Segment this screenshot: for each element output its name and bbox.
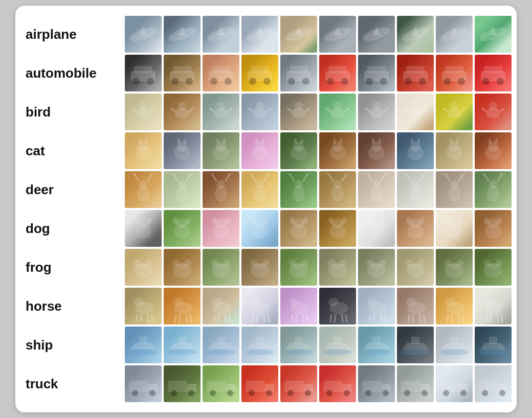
image-frog-7[interactable] (397, 249, 434, 286)
image-cat-2[interactable] (203, 132, 239, 169)
image-horse-7[interactable] (397, 288, 434, 324)
image-horse-6[interactable] (358, 288, 395, 324)
image-horse-0[interactable] (125, 288, 162, 324)
image-dog-0[interactable] (125, 210, 162, 247)
image-truck-7[interactable] (397, 365, 434, 402)
image-frog-2[interactable] (203, 249, 239, 286)
image-ship-8[interactable] (436, 327, 473, 363)
image-horse-8[interactable] (436, 288, 473, 324)
image-dog-2[interactable] (203, 210, 239, 247)
image-cat-7[interactable] (397, 132, 434, 169)
image-dog-7[interactable] (397, 210, 434, 247)
image-airplane-2[interactable] (203, 16, 239, 53)
image-automobile-7[interactable] (397, 55, 434, 91)
image-frog-6[interactable] (358, 249, 395, 286)
image-truck-2[interactable] (203, 365, 239, 402)
image-automobile-0[interactable] (125, 55, 162, 91)
image-automobile-8[interactable] (436, 55, 473, 91)
image-horse-3[interactable] (241, 288, 278, 324)
image-dog-8[interactable] (436, 210, 473, 247)
image-frog-0[interactable] (125, 249, 162, 286)
image-automobile-4[interactable] (280, 55, 317, 91)
image-truck-1[interactable] (164, 365, 201, 402)
image-truck-0[interactable] (125, 365, 162, 402)
image-truck-3[interactable] (241, 365, 278, 402)
image-airplane-5[interactable] (319, 16, 356, 53)
image-truck-8[interactable] (436, 365, 473, 402)
image-dog-4[interactable] (280, 210, 317, 247)
image-ship-4[interactable] (280, 327, 317, 363)
image-ship-3[interactable] (241, 327, 278, 363)
image-frog-3[interactable] (241, 249, 278, 286)
image-cat-6[interactable] (358, 132, 395, 169)
image-bird-3[interactable] (241, 94, 278, 130)
image-airplane-7[interactable] (397, 16, 434, 53)
image-deer-0[interactable] (125, 171, 162, 208)
image-deer-3[interactable] (241, 171, 278, 208)
image-cat-8[interactable] (436, 132, 473, 169)
image-horse-2[interactable] (203, 288, 239, 324)
image-frog-1[interactable] (164, 249, 201, 286)
image-cat-9[interactable] (475, 132, 512, 169)
image-deer-9[interactable] (475, 171, 512, 208)
image-frog-5[interactable] (319, 249, 356, 286)
image-deer-1[interactable] (164, 171, 201, 208)
image-automobile-9[interactable] (475, 55, 512, 91)
image-truck-4[interactable] (280, 365, 317, 402)
image-airplane-3[interactable] (241, 16, 278, 53)
image-dog-9[interactable] (475, 210, 512, 247)
image-dog-3[interactable] (241, 210, 278, 247)
image-truck-6[interactable] (358, 365, 395, 402)
image-horse-4[interactable] (280, 288, 317, 324)
image-dog-6[interactable] (358, 210, 395, 247)
image-ship-2[interactable] (203, 327, 239, 363)
image-airplane-9[interactable] (475, 16, 512, 53)
image-airplane-1[interactable] (164, 16, 201, 53)
image-bird-8[interactable] (436, 94, 473, 130)
image-automobile-1[interactable] (164, 55, 201, 91)
image-cat-4[interactable] (280, 132, 317, 169)
image-cat-0[interactable] (125, 132, 162, 169)
image-truck-9[interactable] (475, 365, 512, 402)
image-ship-1[interactable] (164, 327, 201, 363)
image-ship-5[interactable] (319, 327, 356, 363)
image-cat-5[interactable] (319, 132, 356, 169)
image-horse-5[interactable] (319, 288, 356, 324)
image-dog-1[interactable] (164, 210, 201, 247)
image-deer-5[interactable] (319, 171, 356, 208)
image-frog-4[interactable] (280, 249, 317, 286)
image-automobile-6[interactable] (358, 55, 395, 91)
image-bird-1[interactable] (164, 94, 201, 130)
image-airplane-6[interactable] (358, 16, 395, 53)
image-ship-0[interactable] (125, 327, 162, 363)
image-deer-2[interactable] (203, 171, 239, 208)
image-bird-5[interactable] (319, 94, 356, 130)
image-airplane-0[interactable] (125, 16, 162, 53)
image-automobile-2[interactable] (203, 55, 239, 91)
image-frog-8[interactable] (436, 249, 473, 286)
image-cat-1[interactable] (164, 132, 201, 169)
image-bird-6[interactable] (358, 94, 395, 130)
image-automobile-3[interactable] (241, 55, 278, 91)
image-frog-9[interactable] (475, 249, 512, 286)
image-dog-5[interactable] (319, 210, 356, 247)
image-deer-7[interactable] (397, 171, 434, 208)
image-bird-4[interactable] (280, 94, 317, 130)
image-ship-6[interactable] (358, 327, 395, 363)
image-airplane-8[interactable] (436, 16, 473, 53)
image-deer-6[interactable] (358, 171, 395, 208)
image-deer-8[interactable] (436, 171, 473, 208)
image-bird-9[interactable] (475, 94, 512, 130)
image-horse-9[interactable] (475, 288, 512, 324)
image-bird-7[interactable] (397, 94, 434, 130)
image-truck-5[interactable] (319, 365, 356, 402)
image-ship-7[interactable] (397, 327, 434, 363)
image-ship-9[interactable] (475, 327, 512, 363)
image-airplane-4[interactable] (280, 16, 317, 53)
image-bird-2[interactable] (203, 94, 239, 130)
image-horse-1[interactable] (164, 288, 201, 324)
image-deer-4[interactable] (280, 171, 317, 208)
image-automobile-5[interactable] (319, 55, 356, 91)
image-cat-3[interactable] (241, 132, 278, 169)
image-bird-0[interactable] (125, 94, 162, 130)
